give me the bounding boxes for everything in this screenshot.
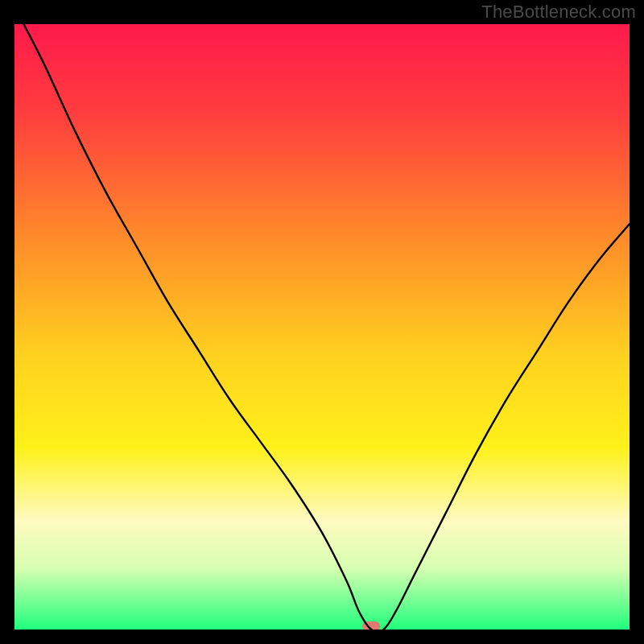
watermark-text: TheBottleneck.com <box>481 2 636 23</box>
chart-container: TheBottleneck.com <box>0 0 644 644</box>
plot-area <box>14 24 630 630</box>
chart-svg <box>14 24 630 630</box>
chart-background <box>14 24 630 630</box>
